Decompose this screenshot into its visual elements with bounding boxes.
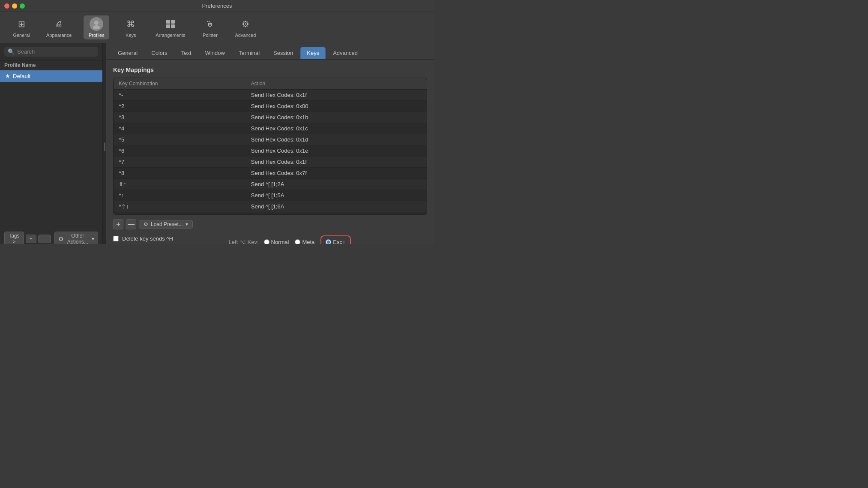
action-cell: Send Hex Codes: 0x1d: [246, 134, 427, 145]
remove-mapping-button[interactable]: —: [126, 219, 136, 229]
toolbar-appearance-label: Appearance: [46, 33, 72, 38]
key-mappings-title: Key Mappings: [113, 66, 427, 73]
left-escplus-highlight: Esc+: [320, 235, 350, 244]
search-input-wrap[interactable]: 🔍: [4, 47, 98, 57]
advanced-icon: ⚙: [239, 17, 252, 31]
table-row[interactable]: ^4Send Hex Codes: 0x1c: [114, 123, 427, 134]
maximize-button[interactable]: [20, 3, 25, 9]
add-mapping-button[interactable]: +: [113, 219, 123, 229]
left-key-label: Left ⌥ Key:: [216, 239, 259, 244]
left-meta-radio[interactable]: [295, 239, 300, 244]
main-content: 🔍 Profile Name ★ Default Tags > + — ⚙ Ot…: [0, 43, 434, 244]
tags-button[interactable]: Tags >: [4, 232, 24, 244]
table-row[interactable]: ^-Send Hex Codes: 0x1f: [114, 90, 427, 101]
chevron-down-icon: ▾: [92, 236, 94, 242]
remove-profile-button[interactable]: —: [38, 235, 51, 243]
minimize-button[interactable]: [12, 3, 17, 9]
search-icon: 🔍: [8, 48, 15, 55]
close-button[interactable]: [4, 3, 9, 9]
chevron-down-icon: ▾: [186, 221, 188, 227]
key-cell: ^8: [114, 168, 246, 179]
keys-icon: ⌘: [124, 17, 138, 31]
table-row[interactable]: ^↑Send ^[ [1;5A: [114, 190, 427, 201]
key-mappings-table: Key Combination Action ^-Send Hex Codes:…: [114, 78, 427, 215]
key-mappings-table-container[interactable]: Key Combination Action ^-Send Hex Codes:…: [113, 78, 427, 215]
key-options-column: Left ⌥ Key: Normal Meta: [216, 235, 428, 244]
toolbar-item-pointer[interactable]: 🖱 Pointer: [197, 15, 223, 39]
sidebar-empty-area: [0, 82, 102, 228]
table-row[interactable]: ^7Send Hex Codes: 0x1f: [114, 157, 427, 168]
add-profile-button[interactable]: +: [26, 235, 36, 243]
action-cell: Send Hex Codes: 0x1b: [246, 112, 427, 123]
gear-icon: ⚙: [58, 235, 64, 242]
key-cell: ^2: [114, 101, 246, 112]
tab-terminal[interactable]: Terminal: [232, 47, 266, 59]
left-normal-option[interactable]: Normal: [264, 239, 289, 244]
profile-item-default[interactable]: ★ Default: [0, 70, 102, 82]
toolbar-item-advanced[interactable]: ⚙ Advanced: [231, 15, 259, 39]
col-header-key: Key Combination: [114, 78, 246, 90]
table-toolbar-actions: + — ⚙ Load Preset... ▾: [113, 219, 427, 229]
load-preset-button[interactable]: ⚙ Load Preset... ▾: [139, 220, 193, 229]
search-input[interactable]: [17, 48, 95, 55]
checkboxes-column: Delete key sends ^H Allow application ke…: [113, 235, 199, 244]
toolbar-advanced-label: Advanced: [235, 33, 256, 38]
svg-rect-3: [171, 20, 175, 24]
tab-colors[interactable]: Colors: [145, 47, 174, 59]
table-row[interactable]: ^8Send Hex Codes: 0x7f: [114, 168, 427, 179]
table-row[interactable]: ⇧↓Send ^[ [1;2B: [114, 212, 427, 215]
key-cell: ^⇧↑: [114, 201, 246, 212]
svg-rect-2: [166, 20, 170, 24]
key-cell: ^7: [114, 157, 246, 168]
toolbar-item-general[interactable]: ⊞ General: [9, 15, 34, 39]
table-row[interactable]: ^⇧↑Send ^[ [1;6A: [114, 201, 427, 212]
arrangements-icon: [164, 17, 177, 31]
tab-keys[interactable]: Keys: [300, 47, 326, 59]
action-cell: Send ^[ [1;6A: [246, 201, 427, 212]
table-row[interactable]: ⇧↑Send ^[ [1;2A: [114, 179, 427, 190]
left-escplus-radio[interactable]: [326, 239, 331, 244]
resize-handle[interactable]: [103, 43, 106, 244]
toolbar: ⊞ General 🖨 Appearance Profiles ⌘ Keys: [0, 12, 434, 43]
load-preset-label: Load Preset...: [151, 221, 183, 227]
left-escplus-label: Esc+: [333, 239, 345, 244]
col-header-action: Action: [246, 78, 427, 90]
tab-window[interactable]: Window: [199, 47, 231, 59]
title-bar: Preferences: [0, 0, 434, 12]
table-row[interactable]: ^3Send Hex Codes: 0x1b: [114, 112, 427, 123]
toolbar-arrangements-label: Arrangements: [156, 33, 185, 38]
delete-key-checkbox-row[interactable]: Delete key sends ^H: [113, 235, 199, 242]
svg-rect-5: [171, 24, 175, 28]
key-cell: ^6: [114, 145, 246, 157]
action-cell: Send Hex Codes: 0x7f: [246, 168, 427, 179]
toolbar-item-profiles[interactable]: Profiles: [84, 15, 109, 39]
tab-text[interactable]: Text: [175, 47, 198, 59]
toolbar-item-keys[interactable]: ⌘ Keys: [118, 15, 144, 39]
toolbar-item-appearance[interactable]: 🖨 Appearance: [43, 15, 75, 39]
other-actions-label: Other Actions...: [66, 233, 90, 244]
other-actions-button[interactable]: ⚙ Other Actions... ▾: [54, 232, 98, 244]
action-cell: Send Hex Codes: 0x1f: [246, 157, 427, 168]
options-row: Delete key sends ^H Allow application ke…: [113, 235, 427, 244]
left-key-row: Left ⌥ Key: Normal Meta: [216, 235, 428, 244]
appearance-icon: 🖨: [52, 17, 66, 31]
left-escplus-option[interactable]: Esc+: [326, 239, 345, 244]
toolbar-item-arrangements[interactable]: Arrangements: [152, 15, 189, 39]
svg-rect-4: [166, 24, 170, 28]
tab-advanced[interactable]: Advanced: [326, 47, 364, 59]
table-row[interactable]: ^5Send Hex Codes: 0x1d: [114, 134, 427, 145]
delete-key-checkbox[interactable]: [113, 236, 119, 241]
left-meta-option[interactable]: Meta: [295, 239, 314, 244]
pointer-icon: 🖱: [203, 17, 217, 31]
tab-general[interactable]: General: [111, 47, 144, 59]
key-cell: ^4: [114, 123, 246, 134]
table-row[interactable]: ^2Send Hex Codes: 0x00: [114, 101, 427, 112]
sidebar: 🔍 Profile Name ★ Default Tags > + — ⚙ Ot…: [0, 43, 103, 244]
svg-point-1: [93, 25, 100, 29]
left-normal-radio[interactable]: [264, 239, 269, 244]
action-cell: Send ^[ [1;5A: [246, 190, 427, 201]
tab-session[interactable]: Session: [267, 47, 299, 59]
sidebar-footer: Tags > + — ⚙ Other Actions... ▾: [0, 228, 102, 244]
content-area: General Colors Text Window Terminal Sess…: [106, 43, 434, 244]
table-row[interactable]: ^6Send Hex Codes: 0x1e: [114, 145, 427, 157]
